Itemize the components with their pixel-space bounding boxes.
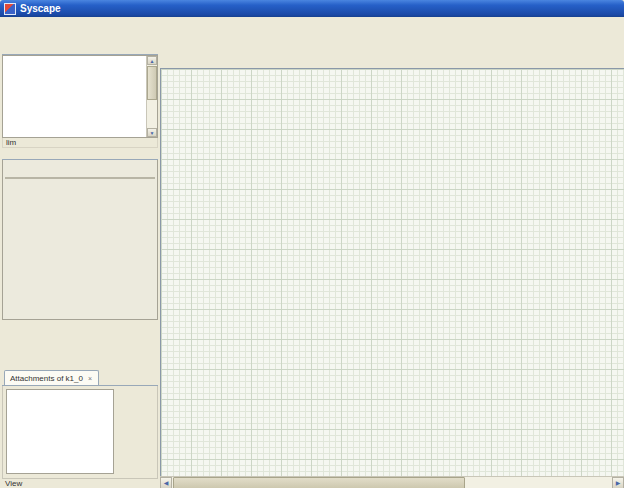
browser-tab-bar [2,45,158,55]
app-icon [4,3,16,15]
attachments-panel [2,386,158,479]
scroll-right-icon[interactable]: ▶ [612,477,624,488]
wire-layer [161,69,624,477]
scroll-down-icon[interactable]: ▼ [147,128,157,137]
properties-tab-bar [2,150,158,160]
property-grid [5,177,155,179]
tab-attachments[interactable]: Attachments of k1_0 × [4,370,99,385]
close-tab-icon[interactable]: × [88,375,92,382]
tree-status: lim [2,138,158,148]
properties-toolbar [3,160,157,175]
scroll-up-icon[interactable]: ▲ [147,56,157,65]
tree-scrollbar[interactable]: ▲ ▼ [146,56,157,138]
left-sidebar: ▲ ▼ lim Attachments of k1_0 × View [2,45,158,488]
attachments-list[interactable] [6,389,114,474]
canvas-hscrollbar[interactable]: ◀ ▶ [160,476,624,488]
document-tab-bar [160,40,624,55]
properties-panel [2,160,158,320]
attachments-tab-bar: Attachments of k1_0 × [2,372,158,386]
left-status: View [2,479,158,488]
scroll-thumb[interactable] [147,66,157,100]
hscroll-thumb[interactable] [173,477,465,488]
diagram-canvas[interactable] [160,68,624,477]
library-tree-box: ▲ ▼ [2,55,158,139]
scroll-left-icon[interactable]: ◀ [160,477,172,488]
canvas-toolbar [160,54,624,68]
menu-bar [0,17,624,32]
window-title: Syscape [20,3,61,14]
title-bar[interactable]: Syscape [0,0,624,17]
